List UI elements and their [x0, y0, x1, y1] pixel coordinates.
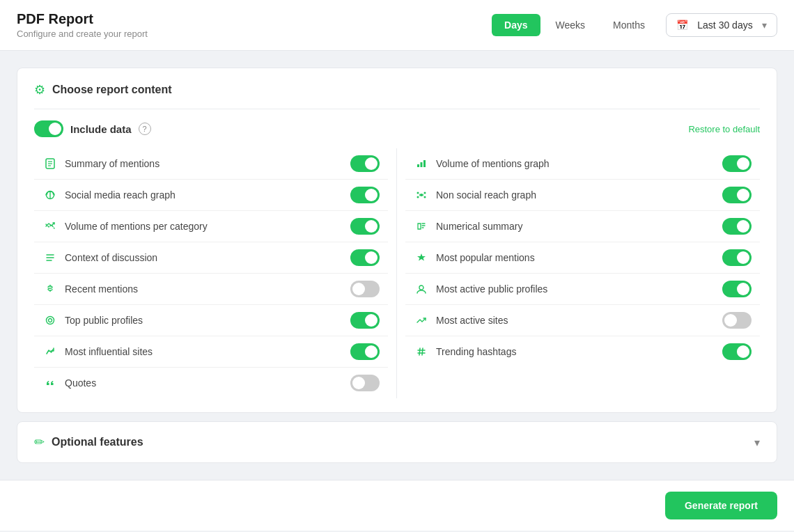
numerical-summary-toggle[interactable] — [722, 218, 752, 235]
item-left: Most active sites — [414, 313, 508, 328]
svg-rect-14 — [423, 160, 426, 167]
quotes-toggle[interactable] — [350, 375, 380, 391]
numerical-summary-icon — [414, 219, 429, 234]
recent-mentions-toggle[interactable] — [350, 281, 380, 297]
chevron-down-icon: ▾ — [762, 19, 767, 31]
svg-line-21 — [423, 194, 424, 195]
chevron-down-icon: ▾ — [754, 436, 760, 449]
svg-line-26 — [422, 348, 423, 355]
non-social-reach-label: Non social reach graph — [436, 189, 536, 201]
include-data-left: Include data ? — [34, 120, 151, 137]
svg-point-17 — [424, 192, 426, 194]
right-items-col: Volume of mentions graph Non social reac… — [397, 148, 760, 398]
optional-title: Optional features — [52, 436, 143, 448]
section-header: ⚙ Choose report content — [34, 82, 760, 109]
footer: Generate report — [0, 480, 794, 531]
item-left: Quotes — [42, 375, 96, 391]
svg-point-11 — [49, 319, 52, 322]
quotes-icon — [42, 375, 58, 391]
most-active-sites-icon — [414, 313, 429, 328]
svg-point-18 — [417, 196, 419, 198]
svg-line-23 — [423, 196, 424, 196]
item-row-most-popular-mentions: Most popular mentions — [405, 242, 760, 274]
summary-mentions-label: Summary of mentions — [65, 158, 159, 169]
page-subtitle: Configure and create your report — [17, 29, 148, 39]
most-influential-sites-toggle[interactable] — [350, 343, 380, 360]
most-active-sites-toggle[interactable] — [722, 312, 752, 329]
svg-line-20 — [419, 194, 421, 195]
section-title: Choose report content — [52, 84, 172, 96]
page-title: PDF Report — [17, 11, 148, 27]
months-button[interactable]: Months — [600, 14, 657, 36]
svg-point-15 — [420, 194, 423, 196]
most-influential-sites-icon — [42, 344, 58, 359]
item-row-volume-per-category: Volume of mentions per category — [34, 211, 388, 242]
item-left: Numerical summary — [414, 219, 522, 234]
optional-left: ✏ Optional features — [34, 435, 143, 450]
item-row-most-active-sites: Most active sites — [405, 305, 760, 336]
item-row-quotes: Quotes — [34, 368, 388, 398]
optional-features-section: ✏ Optional features ▾ — [17, 421, 777, 463]
svg-line-25 — [419, 348, 420, 355]
trending-hashtags-toggle[interactable] — [722, 343, 752, 360]
item-left: Non social reach graph — [414, 187, 536, 203]
item-left: Recent mentions — [42, 281, 138, 297]
optional-features-header[interactable]: ✏ Optional features ▾ — [17, 422, 777, 462]
date-picker[interactable]: 📅 Last 30 days ▾ — [666, 13, 777, 37]
item-row-summary-mentions: Summary of mentions — [34, 148, 388, 180]
help-icon[interactable]: ? — [139, 123, 151, 135]
items-grid: Summary of mentions Social media reach g… — [34, 148, 760, 398]
edit-icon: ✏ — [34, 435, 45, 450]
most-popular-mentions-icon — [414, 250, 429, 265]
trending-hashtags-icon — [414, 344, 429, 359]
page-wrapper: PDF Report Configure and create your rep… — [0, 0, 794, 532]
top-public-profiles-toggle[interactable] — [350, 312, 380, 329]
include-data-toggle[interactable] — [34, 120, 63, 137]
svg-point-10 — [47, 317, 54, 324]
summary-mentions-toggle[interactable] — [350, 155, 380, 172]
item-left: Volume of mentions per category — [42, 219, 208, 234]
item-left: Trending hashtags — [414, 344, 516, 359]
date-range-label: Last 30 days — [697, 19, 752, 31]
restore-default-link[interactable]: Restore to default — [688, 124, 760, 134]
item-row-top-public-profiles: Top public profiles — [34, 305, 388, 336]
context-discussion-icon — [42, 250, 58, 265]
social-media-reach-icon — [42, 187, 58, 203]
non-social-reach-icon — [414, 187, 429, 203]
volume-mentions-graph-toggle[interactable] — [722, 155, 752, 172]
item-row-social-media-reach: Social media reach graph — [34, 180, 388, 211]
non-social-reach-toggle[interactable] — [722, 187, 752, 203]
social-media-reach-toggle[interactable] — [350, 187, 380, 203]
header-right: Days Weeks Months 📅 Last 30 days ▾ — [492, 13, 777, 37]
volume-mentions-graph-label: Volume of mentions graph — [436, 158, 550, 169]
most-active-sites-label: Most active sites — [436, 315, 508, 326]
item-row-trending-hashtags: Trending hashtags — [405, 336, 760, 367]
top-public-profiles-icon — [42, 313, 58, 328]
context-discussion-toggle[interactable] — [350, 249, 380, 266]
most-influential-sites-label: Most influential sites — [65, 346, 153, 357]
left-items-col: Summary of mentions Social media reach g… — [34, 148, 397, 398]
item-row-volume-mentions-graph: Volume of mentions graph — [405, 148, 760, 180]
svg-point-24 — [419, 285, 423, 290]
item-row-numerical-summary: Numerical summary — [405, 211, 760, 242]
item-left: Summary of mentions — [42, 156, 159, 171]
generate-report-button[interactable]: Generate report — [665, 492, 777, 519]
item-left: Most popular mentions — [414, 250, 535, 265]
header-left: PDF Report Configure and create your rep… — [17, 11, 148, 39]
item-row-most-active-profiles: Most active public profiles — [405, 274, 760, 305]
volume-per-category-toggle[interactable] — [350, 218, 380, 235]
top-public-profiles-label: Top public profiles — [65, 315, 143, 326]
svg-line-22 — [419, 196, 421, 196]
item-left: Volume of mentions graph — [414, 156, 550, 171]
most-popular-mentions-toggle[interactable] — [722, 249, 752, 266]
volume-per-category-icon — [42, 219, 58, 234]
days-button[interactable]: Days — [492, 14, 540, 36]
weeks-button[interactable]: Weeks — [543, 14, 598, 36]
recent-mentions-label: Recent mentions — [65, 283, 138, 295]
item-left: Most influential sites — [42, 344, 153, 359]
most-popular-mentions-label: Most popular mentions — [436, 252, 535, 263]
most-active-profiles-toggle[interactable] — [722, 281, 752, 297]
item-row-context-discussion: Context of discussion — [34, 242, 388, 274]
gear-icon: ⚙ — [34, 82, 45, 97]
item-row-recent-mentions: Recent mentions — [34, 274, 388, 305]
